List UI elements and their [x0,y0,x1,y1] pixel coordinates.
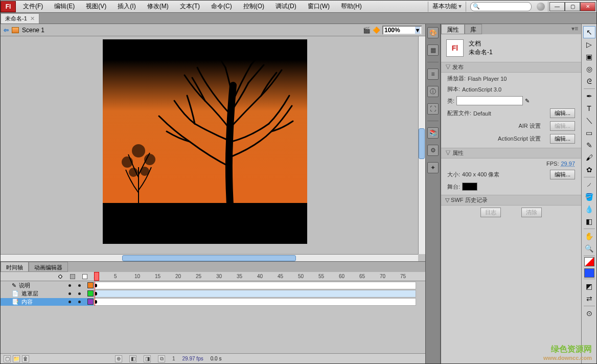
line-tool-icon[interactable]: ＼ [583,115,595,127]
stage-vscroll[interactable] [418,36,425,254]
layer-color [87,282,94,288]
3d-rotation-tool-icon[interactable]: ◎ [583,63,595,75]
menu-item[interactable]: 窗口(W) [303,2,335,11]
tab-library[interactable]: 库 [465,24,482,34]
svg-point-3 [129,168,137,176]
transform-panel-icon[interactable]: ⛶ [427,103,439,115]
edit-scene-icon[interactable]: 🎬 [363,27,371,34]
align-panel-icon[interactable]: ≡ [427,69,439,80]
section-publish[interactable]: 发布 [441,62,581,73]
profile-edit-button[interactable]: 编辑... [550,108,575,118]
maximize-button[interactable]: ▢ [565,2,580,11]
menu-item[interactable]: 修改(M) [142,2,174,11]
pencil-tool-icon[interactable]: ✎ [583,139,595,151]
black-white-icon[interactable]: ◩ [583,280,595,292]
subselection-tool-icon[interactable]: ▷ [583,38,595,51]
brush-tool-icon[interactable]: 🖌 [583,151,595,164]
motion-presets-panel-icon[interactable]: ✦ [427,162,439,173]
menu-item[interactable]: 视图(V) [81,2,111,11]
app-logo: Fl [1,1,16,12]
components-panel-icon[interactable]: ⚙ [427,145,439,156]
swap-colors-icon[interactable]: ⇄ [583,292,595,305]
menu-item[interactable]: 控制(O) [238,2,269,11]
color-panel-icon[interactable]: 🎨 [427,27,439,38]
section-history[interactable]: SWF 历史记录 [441,195,581,206]
tab-timeline[interactable]: 时间轴 [1,262,29,272]
playhead[interactable] [94,272,99,281]
edit-symbols-icon[interactable]: 🔶 [373,27,380,34]
menu-item[interactable]: 文件(F) [18,2,48,11]
selection-tool-icon[interactable]: ↖ [583,26,595,38]
layer-track[interactable] [94,298,416,306]
lock-column-icon[interactable] [70,274,75,279]
zoom-combo[interactable]: 100% [382,26,422,35]
menu-item[interactable]: 命令(C) [206,2,237,11]
menu-item[interactable]: 文本(T) [175,2,205,11]
stage-hscroll[interactable] [1,254,418,261]
free-transform-tool-icon[interactable]: ▣ [583,51,595,63]
doc-name: 未命名-1 [469,48,493,57]
layer-row[interactable]: 📄 遮罩层 [1,289,425,298]
menu-item[interactable]: 编辑(E) [49,2,80,11]
close-tab-icon[interactable]: ✕ [30,15,35,22]
onion-skin-icon[interactable]: ◧ [129,355,136,362]
center-frame-icon[interactable]: ⊕ [115,355,122,362]
document-tab[interactable]: 未命名-1 ✕ [1,13,39,24]
rectangle-tool-icon[interactable]: ▭ [583,127,595,139]
tab-properties[interactable]: 属性 [441,24,465,34]
section-props[interactable]: 属性 [441,148,581,158]
eraser-tool-icon[interactable]: ◧ [583,215,595,228]
layer-track[interactable] [94,290,416,298]
size-edit-button[interactable]: 编辑... [550,170,575,179]
search-input[interactable]: 🔍 [470,2,532,11]
info-panel-icon[interactable]: ⓘ [427,86,439,97]
snap-icon[interactable]: ⊙ [583,307,595,320]
canvas-artwork [103,39,307,244]
outline-column-icon[interactable] [82,274,87,279]
menu-item[interactable]: 帮助(H) [336,2,367,11]
new-folder-button[interactable]: 📁 [13,355,20,362]
frame-ruler[interactable]: 151015202530354045505560657075 [94,272,425,281]
pencil-icon[interactable]: ✎ [525,98,530,104]
pen-tool-icon[interactable]: ✒ [583,90,595,102]
menu-item[interactable]: 插入(I) [112,2,141,11]
scene-name: Scene 1 [22,27,44,34]
scene-back-icon[interactable]: ⇦ [4,27,9,34]
layer-row[interactable]: 📑 内容 [1,298,425,306]
workspace-combo[interactable]: 基本功能 [429,2,465,11]
fill-color-swatch[interactable] [584,268,594,278]
eyedropper-tool-icon[interactable]: 💧 [583,203,595,215]
menubar: Fl 文件(F)编辑(E)视图(V)插入(I)修改(M)文本(T)命令(C)控制… [1,1,596,13]
fps-value[interactable]: 29.97 [561,161,575,167]
minimize-button[interactable]: — [549,2,565,11]
layer-track[interactable] [94,282,416,289]
library-panel-icon[interactable]: 📚 [427,127,439,139]
stage-area[interactable] [1,36,425,261]
delete-layer-button[interactable]: 🗑 [22,355,29,362]
as-edit-button[interactable]: 编辑... [550,134,575,144]
lasso-tool-icon[interactable]: ᘓ [583,75,595,87]
paint-bucket-tool-icon[interactable]: 🪣 [583,191,595,203]
deco-tool-icon[interactable]: ✿ [583,164,595,176]
swatches-panel-icon[interactable]: ▦ [427,44,439,56]
doc-type: 文档 [469,39,493,48]
class-input[interactable] [456,96,523,105]
menu-item[interactable]: 调试(D) [270,2,302,11]
edit-multiple-frames-icon[interactable]: ⧉ [158,355,165,362]
stage-color-swatch[interactable] [462,183,477,191]
stage-canvas[interactable] [103,39,307,244]
bone-tool-icon[interactable]: ⟋ [583,178,595,191]
layer-row[interactable]: ✎ 说明 [1,281,425,289]
layer-name: 内容 [21,298,33,306]
zoom-tool-icon[interactable]: 🔍 [583,242,595,255]
text-tool-icon[interactable]: T [583,102,595,115]
visibility-column-icon[interactable] [58,274,63,279]
hand-tool-icon[interactable]: ✋ [583,230,595,242]
tab-motion-editor[interactable]: 动画编辑器 [29,262,68,272]
stroke-color-swatch[interactable] [584,257,594,266]
close-button[interactable]: ✕ [580,2,595,11]
panel-menu-icon[interactable]: ▾≡ [568,24,581,34]
onion-skin-outline-icon[interactable]: ◨ [144,355,151,362]
cs-live-icon[interactable] [537,3,545,11]
new-layer-button[interactable]: ▢ [4,355,11,362]
